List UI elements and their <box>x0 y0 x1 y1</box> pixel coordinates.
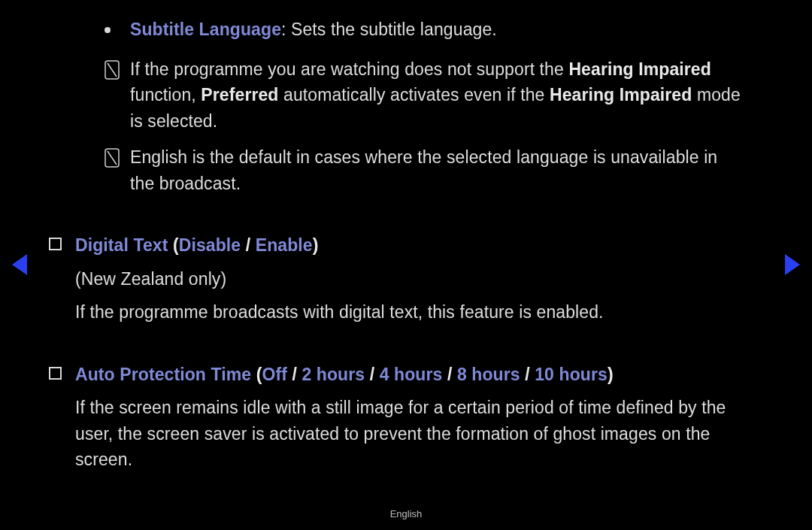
auto-protection-label: Auto Protection Time <box>75 365 251 384</box>
digital-text-close: ) <box>313 235 319 255</box>
nav-previous-icon[interactable] <box>12 254 27 275</box>
square-bullet-icon <box>49 367 62 380</box>
auto-protection-sep1: / <box>287 365 301 384</box>
auto-protection-close: ) <box>607 365 614 384</box>
note1-term2: Preferred <box>201 85 278 104</box>
auto-protection-sep4: / <box>520 365 535 384</box>
auto-protection-opt-2h: 2 hours <box>301 365 365 384</box>
note1-part-b: function, <box>130 85 201 104</box>
note-icon <box>105 60 120 80</box>
digital-text-open: ( <box>168 235 178 255</box>
item-subtitle-language: Subtitle Language: Sets the subtitle lan… <box>71 17 767 43</box>
note2-text: English is the default in cases where th… <box>130 147 717 193</box>
page-content: Subtitle Language: Sets the subtitle lan… <box>71 17 767 473</box>
auto-protection-opt-off: Off <box>262 365 287 384</box>
digital-text-desc: If the programme broadcasts with digital… <box>75 299 744 326</box>
auto-protection-opt-8h: 8 hours <box>457 365 520 384</box>
manual-page: Subtitle Language: Sets the subtitle lan… <box>0 0 812 530</box>
note1-part-c: automatically activates even if the <box>279 85 550 104</box>
note-icon <box>105 148 120 168</box>
subtitle-language-desc: : Sets the subtitle language. <box>281 20 497 39</box>
footer-language: English <box>0 508 812 519</box>
note1-term1: Hearing Impaired <box>568 59 711 79</box>
note-hearing-impaired: If the programme you are watching does n… <box>71 56 767 135</box>
svg-line-1 <box>108 63 117 77</box>
section-auto-protection-time: Auto Protection Time (Off / 2 hours / 4 … <box>71 362 767 473</box>
auto-protection-sep2: / <box>365 365 379 384</box>
section-digital-text: Digital Text (Disable / Enable) (New Zea… <box>71 232 767 326</box>
digital-text-opt-enable: Enable <box>256 235 313 255</box>
bullet-icon <box>105 27 111 33</box>
note1-part-a: If the programme you are watching does n… <box>130 59 568 79</box>
digital-text-opt-disable: Disable <box>179 235 241 255</box>
digital-text-label: Digital Text <box>75 235 168 255</box>
auto-protection-sep3: / <box>442 365 456 384</box>
auto-protection-open: ( <box>251 365 262 384</box>
digital-text-sep: / <box>241 235 255 255</box>
auto-protection-opt-10h: 10 hours <box>535 365 607 384</box>
digital-text-region-note: (New Zealand only) <box>75 266 744 292</box>
svg-line-3 <box>108 151 117 165</box>
square-bullet-icon <box>49 238 62 250</box>
nav-next-icon[interactable] <box>785 254 800 275</box>
auto-protection-opt-4h: 4 hours <box>380 365 443 384</box>
note1-term3: Hearing Impaired <box>550 85 692 104</box>
note-default-english: English is the default in cases where th… <box>71 144 767 196</box>
auto-protection-desc: If the screen remains idle with a still … <box>75 395 744 473</box>
subtitle-language-label: Subtitle Language <box>130 20 281 39</box>
